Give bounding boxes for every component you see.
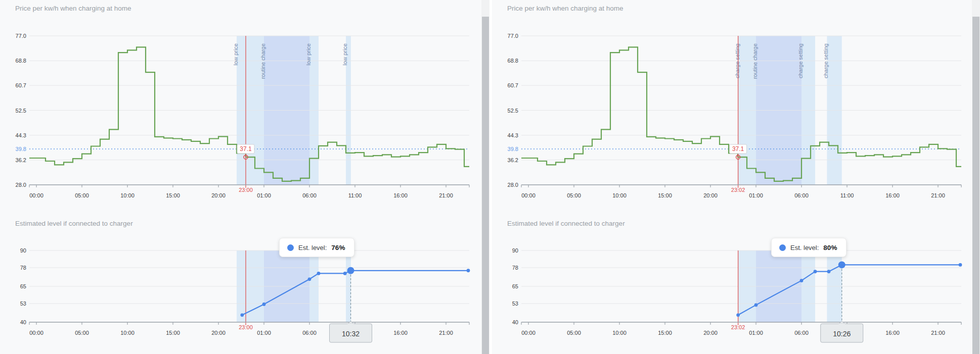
threshold-label: 39.8	[16, 146, 26, 152]
time-box-notch-seam	[838, 324, 845, 325]
y-tick-label: 65	[20, 283, 26, 289]
marker-time-label: 23:02	[731, 187, 745, 193]
panel-scrollbar[interactable]	[972, 0, 980, 354]
x-tick-label: 10:00	[120, 330, 135, 336]
x-tick-label: 01:00	[257, 192, 271, 198]
est-level-point	[262, 302, 266, 306]
x-tick-label: 10:00	[120, 192, 135, 198]
marker-time-label: 23:02	[731, 324, 745, 330]
charging-panel-left: Price per kw/h when charging at home Est…	[0, 0, 489, 354]
est-level-point	[240, 313, 244, 317]
x-tick-label: 10:00	[612, 192, 627, 198]
y-tick-label: 28.0	[508, 182, 518, 188]
y-tick-label: 28.0	[16, 182, 26, 188]
time-box-notch-seam	[347, 324, 354, 325]
x-tick-label: 15:00	[166, 330, 180, 336]
y-tick-label: 44.3	[508, 132, 518, 138]
y-tick-label: 77.0	[508, 33, 518, 39]
est-level-point	[343, 272, 347, 275]
x-tick-label: 20:00	[703, 330, 718, 336]
x-tick-label: 05:00	[567, 330, 581, 336]
y-tick-label: 60.7	[508, 82, 518, 88]
x-tick-label: 21:00	[931, 192, 945, 198]
est-level-point	[317, 272, 321, 275]
est-level-highlight-point	[838, 261, 845, 268]
y-tick-label: 36.2	[508, 157, 518, 163]
marker-value-label: 37.1	[732, 145, 744, 153]
x-tick-label: 00:00	[29, 192, 43, 198]
y-tick-label: 53	[20, 300, 26, 307]
charging-panel-right: Price per kw/h when charging at home Est…	[492, 0, 980, 354]
panel-scrollbar[interactable]	[481, 0, 489, 354]
x-tick-label: 16:00	[885, 330, 900, 336]
y-tick-label: 40	[20, 319, 26, 325]
est-level-point	[754, 304, 758, 307]
y-tick-label: 78	[20, 265, 26, 271]
x-tick-label: 05:00	[75, 192, 89, 198]
band-label: routine charge	[752, 43, 758, 79]
tooltip-value: 80%	[823, 244, 837, 251]
x-tick-label: 20:00	[211, 192, 226, 198]
y-tick-label: 78	[512, 265, 518, 271]
y-tick-label: 65	[512, 283, 518, 289]
est-level-tooltip: Est. level: 76%	[279, 238, 354, 257]
marker-time-label: 23:00	[239, 324, 253, 330]
x-tick-label: 06:00	[794, 330, 809, 336]
est-level-point	[308, 277, 311, 281]
x-tick-label: 01:00	[749, 192, 763, 198]
x-tick-label: 01:00	[749, 330, 763, 336]
marker-value-label: 37.1	[240, 145, 252, 153]
x-tick-label: 16:00	[885, 192, 900, 198]
series-point-icon	[779, 244, 786, 251]
x-tick-label: 15:00	[166, 192, 180, 198]
x-tick-label: 00:00	[29, 330, 43, 336]
x-tick-label: 21:00	[439, 330, 453, 336]
x-tick-label: 01:00	[257, 330, 271, 336]
est-level-point	[736, 313, 740, 317]
y-tick-label: 90	[20, 247, 26, 254]
x-tick-label: 06:00	[302, 192, 317, 198]
band-label: low price	[305, 43, 311, 65]
band-label: low price	[233, 43, 239, 65]
est-level-end-point	[467, 269, 470, 272]
x-tick-label: 15:00	[658, 330, 672, 336]
y-tick-label: 68.8	[508, 58, 518, 64]
x-tick-label: 21:00	[931, 330, 945, 336]
dual-panel-stage: Price per kw/h when charging at home Est…	[0, 0, 980, 354]
series-point-icon	[287, 244, 294, 251]
x-tick-label: 21:00	[439, 192, 453, 198]
est-level-highlight-point	[347, 267, 354, 274]
x-tick-label: 16:00	[393, 330, 408, 336]
y-tick-label: 52.5	[16, 108, 26, 114]
band-label: routine charge	[260, 43, 266, 79]
est-level-point	[827, 270, 831, 273]
y-tick-label: 53	[512, 300, 518, 307]
est-level-point	[800, 279, 804, 282]
x-tick-label: 16:00	[393, 192, 408, 198]
scrollbar-thumb[interactable]	[482, 17, 489, 354]
est-level-tooltip: Est. level: 80%	[771, 238, 847, 257]
charts-svg: low priceroutine chargelow pricelow pric…	[0, 0, 481, 354]
y-tick-label: 77.0	[16, 33, 26, 39]
y-tick-label: 52.5	[508, 108, 518, 114]
y-tick-label: 90	[512, 247, 518, 254]
y-tick-label: 60.7	[16, 82, 26, 88]
x-tick-label: 11:00	[840, 192, 854, 198]
scrollbar-thumb[interactable]	[972, 17, 979, 354]
x-tick-label: 00:00	[521, 192, 536, 198]
tooltip-label: Est. level:	[298, 244, 327, 251]
tooltip-value: 76%	[331, 244, 345, 251]
x-tick-label: 05:00	[567, 192, 581, 198]
x-tick-label: 06:00	[794, 192, 809, 198]
x-tick-label: 00:00	[521, 330, 536, 336]
x-tick-label: 05:00	[75, 330, 89, 336]
x-tick-label: 15:00	[658, 192, 672, 198]
x-tick-label: 11:00	[348, 192, 362, 198]
charts-svg: charge settingroutine chargecharge setti…	[492, 0, 973, 354]
est-level-end-point	[959, 263, 962, 267]
x-tick-label: 10:00	[612, 330, 627, 336]
y-tick-label: 44.3	[16, 132, 26, 138]
y-tick-label: 40	[512, 319, 518, 325]
band-label: low price	[342, 43, 348, 65]
x-tick-label: 20:00	[703, 192, 718, 198]
